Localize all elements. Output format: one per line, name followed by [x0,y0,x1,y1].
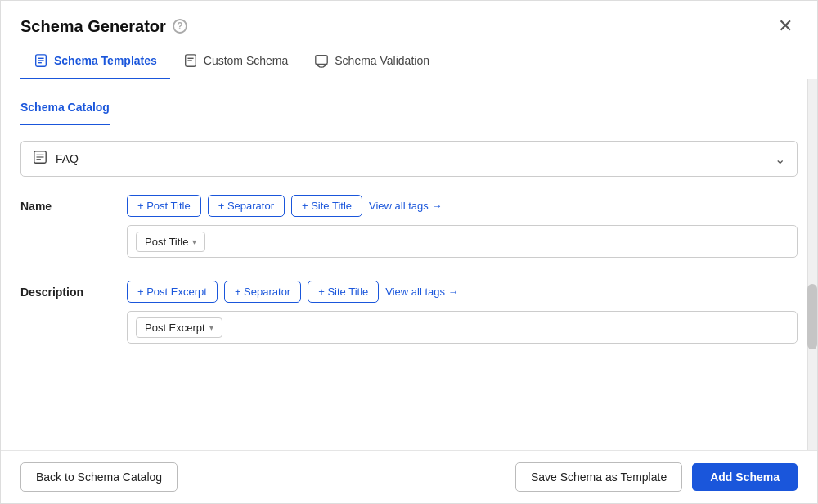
description-label: Description [20,281,110,299]
name-field-controls: + Post Title + Separator + Site Title Vi… [127,195,798,258]
name-separator-btn[interactable]: + Separator [208,195,285,217]
chevron-down-icon: ⌄ [775,151,785,167]
help-icon[interactable]: ? [173,19,187,34]
modal-header: Schema Generator ? ✕ [1,1,817,37]
tab-custom-schema[interactable]: Custom Schema [170,45,301,79]
schema-select-value: FAQ [56,152,79,165]
pill-caret-icon: ▾ [192,237,196,246]
description-field-row: Description + Post Excerpt + Separator +… [20,281,798,344]
description-tag-input[interactable]: Post Excerpt ▾ [127,311,798,344]
section-tab-schema-catalog[interactable]: Schema Catalog [20,94,110,125]
content-area: Schema Catalog FAQ ⌄ [1,79,817,451]
description-site-title-btn[interactable]: + Site Title [308,281,379,303]
add-schema-button[interactable]: Add Schema [692,463,798,491]
name-tag-input[interactable]: Post Title ▾ [127,225,798,258]
schema-generator-modal: Schema Generator ? ✕ Schema Templates [0,0,818,504]
description-field-controls: + Post Excerpt + Separator + Site Title … [127,281,798,344]
tab-schema-validation[interactable]: Schema Validation [301,45,443,79]
tab-schema-validation-label: Schema Validation [335,54,429,67]
close-button[interactable]: ✕ [773,16,798,37]
scrollbar-thumb[interactable] [807,284,817,349]
schema-select-row: FAQ ⌄ [20,141,798,177]
description-pill-caret-icon: ▾ [209,323,213,332]
name-label: Name [20,195,110,213]
section-tabs-bar: Schema Catalog [20,94,798,125]
name-tag-buttons: + Post Title + Separator + Site Title Vi… [127,195,798,217]
name-site-title-btn[interactable]: + Site Title [291,195,362,217]
schema-select-dropdown[interactable]: FAQ ⌄ [20,141,798,177]
name-post-title-btn[interactable]: + Post Title [127,195,201,217]
modal-title-row: Schema Generator ? [20,17,187,36]
description-post-excerpt-pill[interactable]: Post Excerpt ▾ [136,317,222,338]
tab-custom-schema-label: Custom Schema [204,54,288,67]
schema-validation-icon [314,53,329,68]
faq-icon [33,150,47,168]
name-post-title-pill[interactable]: Post Title ▾ [136,232,205,252]
name-field-row: Name + Post Title + Separator + Site Tit… [20,195,798,258]
description-tag-buttons: + Post Excerpt + Separator + Site Title … [127,281,798,303]
schema-select-left: FAQ [33,150,79,168]
main-tabs-bar: Schema Templates Custom Schema [1,45,817,79]
back-to-schema-catalog-button[interactable]: Back to Schema Catalog [20,462,178,492]
tab-schema-templates[interactable]: Schema Templates [20,45,170,79]
description-field-section: Description + Post Excerpt + Separator +… [20,281,798,352]
footer-right-buttons: Save Schema as Template Add Schema [515,462,798,492]
tab-schema-templates-label: Schema Templates [54,54,157,67]
description-view-all-tags-link[interactable]: View all tags → [385,286,458,298]
modal-title: Schema Generator [20,17,166,36]
description-post-excerpt-btn[interactable]: + Post Excerpt [127,281,218,303]
schema-templates-icon [34,53,48,68]
name-view-all-tags-link[interactable]: View all tags → [369,200,442,212]
scrollbar-track[interactable] [807,79,817,451]
modal-footer: Back to Schema Catalog Save Schema as Te… [1,450,817,503]
custom-schema-icon [183,53,198,68]
description-separator-btn[interactable]: + Separator [224,281,301,303]
save-schema-as-template-button[interactable]: Save Schema as Template [515,462,682,492]
name-field-section: Name + Post Title + Separator + Site Tit… [20,195,798,266]
svg-rect-7 [316,56,327,65]
